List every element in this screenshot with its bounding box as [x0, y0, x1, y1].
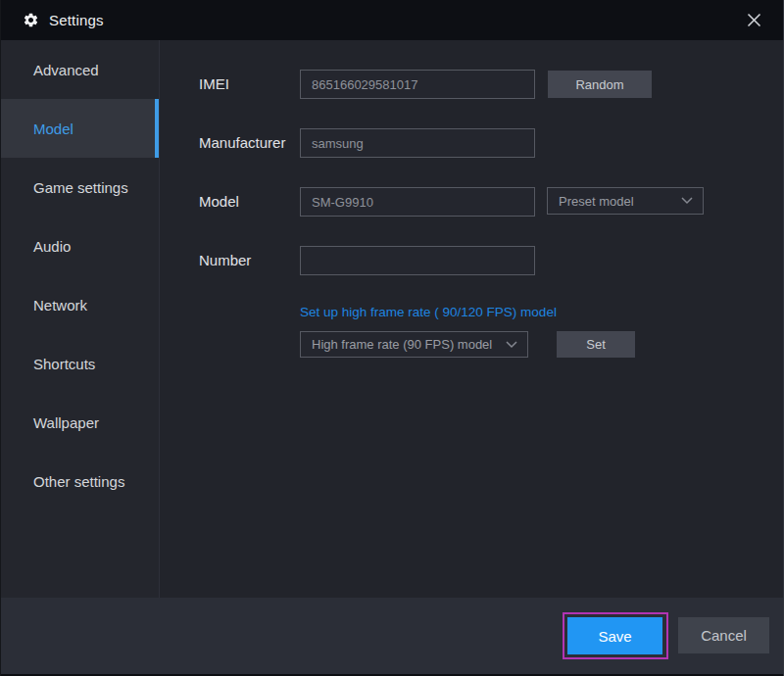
sidebar-item-other-settings[interactable]: Other settings	[1, 452, 159, 510]
sidebar-item-audio[interactable]: Audio	[1, 217, 159, 275]
high-frame-rate-select[interactable]: High frame rate (90 FPS) model	[300, 331, 528, 358]
settings-sidebar: Advanced Model Game settings Audio Netwo…	[1, 40, 160, 598]
set-button[interactable]: Set	[557, 331, 635, 358]
imei-input[interactable]	[300, 70, 535, 99]
high-frame-rate-value: High frame rate (90 FPS) model	[312, 337, 492, 352]
cancel-button[interactable]: Cancel	[678, 617, 769, 653]
close-icon	[747, 13, 761, 27]
random-button[interactable]: Random	[548, 71, 652, 98]
settings-window: Settings Advanced Model Game settings Au…	[0, 0, 784, 676]
sidebar-item-advanced[interactable]: Advanced	[1, 40, 159, 99]
sidebar-item-label: Model	[33, 121, 74, 137]
manufacturer-input[interactable]	[300, 128, 535, 158]
sidebar-item-model[interactable]: Model	[1, 99, 159, 158]
imei-label: IMEI	[199, 70, 229, 99]
title-bar: Settings	[1, 0, 783, 40]
sidebar-item-network[interactable]: Network	[1, 275, 159, 334]
sidebar-item-shortcuts[interactable]: Shortcuts	[1, 334, 159, 393]
sidebar-item-game-settings[interactable]: Game settings	[1, 158, 159, 217]
manufacturer-label: Manufacturer	[199, 128, 285, 158]
save-button[interactable]: Save	[567, 617, 662, 654]
preset-model-value: Preset model	[559, 194, 634, 209]
footer-bar: Save Cancel	[1, 598, 783, 676]
close-button[interactable]	[732, 0, 775, 40]
preset-model-select[interactable]: Preset model	[547, 187, 704, 215]
sidebar-item-label: Advanced	[33, 62, 99, 78]
sidebar-item-label: Shortcuts	[33, 356, 95, 372]
sidebar-item-label: Other settings	[33, 473, 124, 490]
model-input[interactable]	[300, 187, 535, 217]
selected-indicator	[155, 99, 159, 158]
window-title: Settings	[49, 12, 104, 28]
number-label: Number	[199, 246, 251, 275]
model-label: Model	[199, 187, 239, 217]
sidebar-item-label: Wallpaper	[33, 414, 99, 431]
gear-icon	[23, 12, 39, 28]
model-settings-panel: IMEI Random Manufacturer Model Preset mo…	[160, 40, 783, 598]
chevron-down-icon	[681, 197, 693, 205]
number-input[interactable]	[300, 246, 535, 275]
sidebar-item-wallpaper[interactable]: Wallpaper	[1, 393, 159, 452]
sidebar-item-label: Game settings	[33, 179, 128, 196]
sidebar-item-label: Network	[33, 297, 87, 314]
sidebar-item-label: Audio	[33, 238, 71, 255]
high-frame-rate-link[interactable]: Set up high frame rate ( 90/120 FPS) mod…	[300, 305, 557, 319]
chevron-down-icon	[506, 341, 517, 349]
